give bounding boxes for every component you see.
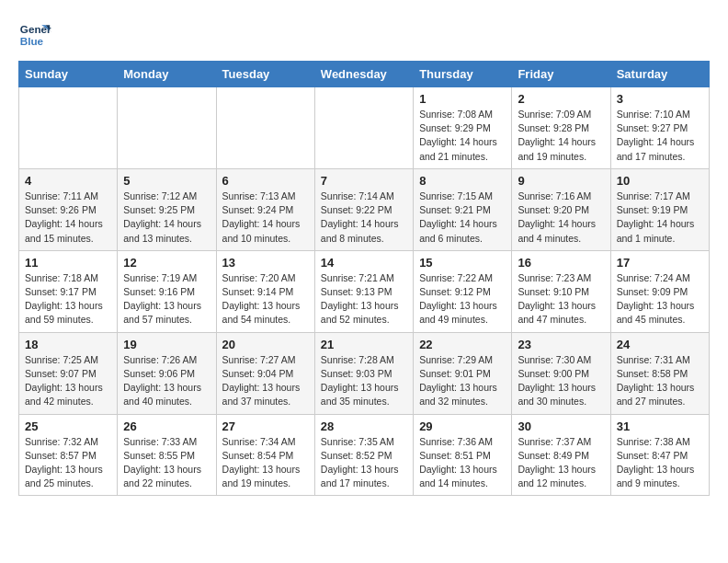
cell-content: Sunrise: 7:13 AM Sunset: 9:24 PM Dayligh… <box>222 190 309 246</box>
calendar-cell: 15Sunrise: 7:22 AM Sunset: 9:12 PM Dayli… <box>414 250 512 332</box>
calendar-cell: 31Sunrise: 7:38 AM Sunset: 8:47 PM Dayli… <box>610 414 709 496</box>
day-header-thursday: Thursday <box>414 62 512 87</box>
calendar-cell: 12Sunrise: 7:19 AM Sunset: 9:16 PM Dayli… <box>118 250 216 332</box>
logo-icon: General Blue <box>18 18 51 52</box>
calendar-cell <box>118 87 216 169</box>
day-number: 13 <box>222 256 309 270</box>
day-number: 19 <box>123 338 210 351</box>
calendar-cell: 13Sunrise: 7:20 AM Sunset: 9:14 PM Dayli… <box>216 250 314 332</box>
day-header-sunday: Sunday <box>19 62 118 87</box>
cell-content: Sunrise: 7:29 AM Sunset: 9:01 PM Dayligh… <box>419 353 506 409</box>
calendar-cell: 28Sunrise: 7:35 AM Sunset: 8:52 PM Dayli… <box>314 414 413 496</box>
day-number: 20 <box>222 338 309 351</box>
cell-content: Sunrise: 7:24 AM Sunset: 9:09 PM Dayligh… <box>617 271 703 327</box>
logo: General Blue <box>18 18 55 52</box>
calendar-cell: 11Sunrise: 7:18 AM Sunset: 9:17 PM Dayli… <box>19 250 118 332</box>
cell-content: Sunrise: 7:30 AM Sunset: 9:00 PM Dayligh… <box>518 353 604 409</box>
calendar-cell: 2Sunrise: 7:09 AM Sunset: 9:28 PM Daylig… <box>512 87 610 169</box>
calendar-cell: 24Sunrise: 7:31 AM Sunset: 8:58 PM Dayli… <box>610 332 709 414</box>
calendar-cell: 19Sunrise: 7:26 AM Sunset: 9:06 PM Dayli… <box>118 332 216 414</box>
cell-content: Sunrise: 7:31 AM Sunset: 8:58 PM Dayligh… <box>617 353 703 409</box>
day-number: 21 <box>321 338 407 351</box>
cell-content: Sunrise: 7:25 AM Sunset: 9:07 PM Dayligh… <box>25 353 111 409</box>
page-header: General Blue <box>18 18 710 52</box>
cell-content: Sunrise: 7:08 AM Sunset: 9:29 PM Dayligh… <box>419 108 506 164</box>
calendar-table: SundayMondayTuesdayWednesdayThursdayFrid… <box>18 61 710 496</box>
cell-content: Sunrise: 7:37 AM Sunset: 8:49 PM Dayligh… <box>518 435 604 491</box>
calendar-cell: 8Sunrise: 7:15 AM Sunset: 9:21 PM Daylig… <box>414 168 512 250</box>
calendar-cell: 4Sunrise: 7:11 AM Sunset: 9:26 PM Daylig… <box>19 168 118 250</box>
calendar-week-4: 18Sunrise: 7:25 AM Sunset: 9:07 PM Dayli… <box>19 332 710 414</box>
day-number: 4 <box>25 174 111 188</box>
calendar-cell: 23Sunrise: 7:30 AM Sunset: 9:00 PM Dayli… <box>512 332 610 414</box>
day-number: 28 <box>321 419 407 433</box>
calendar-cell: 29Sunrise: 7:36 AM Sunset: 8:51 PM Dayli… <box>414 414 512 496</box>
calendar-cell: 6Sunrise: 7:13 AM Sunset: 9:24 PM Daylig… <box>216 168 314 250</box>
cell-content: Sunrise: 7:27 AM Sunset: 9:04 PM Dayligh… <box>222 353 309 409</box>
cell-content: Sunrise: 7:35 AM Sunset: 8:52 PM Dayligh… <box>321 435 407 491</box>
calendar-cell: 27Sunrise: 7:34 AM Sunset: 8:54 PM Dayli… <box>216 414 314 496</box>
calendar-cell <box>19 87 118 169</box>
day-header-friday: Friday <box>512 62 610 87</box>
calendar-cell: 30Sunrise: 7:37 AM Sunset: 8:49 PM Dayli… <box>512 414 610 496</box>
day-number: 23 <box>518 338 604 351</box>
calendar-cell <box>216 87 314 169</box>
calendar-cell: 25Sunrise: 7:32 AM Sunset: 8:57 PM Dayli… <box>19 414 118 496</box>
day-number: 8 <box>419 174 506 188</box>
day-number: 11 <box>25 256 111 270</box>
calendar-week-1: 1Sunrise: 7:08 AM Sunset: 9:29 PM Daylig… <box>19 87 710 169</box>
calendar-cell: 18Sunrise: 7:25 AM Sunset: 9:07 PM Dayli… <box>19 332 118 414</box>
calendar-cell: 26Sunrise: 7:33 AM Sunset: 8:55 PM Dayli… <box>118 414 216 496</box>
cell-content: Sunrise: 7:36 AM Sunset: 8:51 PM Dayligh… <box>419 435 506 491</box>
day-number: 14 <box>321 256 407 270</box>
cell-content: Sunrise: 7:15 AM Sunset: 9:21 PM Dayligh… <box>419 190 506 246</box>
cell-content: Sunrise: 7:33 AM Sunset: 8:55 PM Dayligh… <box>123 435 210 491</box>
day-number: 29 <box>419 419 506 433</box>
cell-content: Sunrise: 7:32 AM Sunset: 8:57 PM Dayligh… <box>25 435 111 491</box>
calendar-cell: 3Sunrise: 7:10 AM Sunset: 9:27 PM Daylig… <box>610 87 709 169</box>
day-number: 2 <box>518 92 604 106</box>
calendar-cell: 1Sunrise: 7:08 AM Sunset: 9:29 PM Daylig… <box>414 87 512 169</box>
calendar-cell: 14Sunrise: 7:21 AM Sunset: 9:13 PM Dayli… <box>314 250 413 332</box>
cell-content: Sunrise: 7:38 AM Sunset: 8:47 PM Dayligh… <box>617 435 703 491</box>
cell-content: Sunrise: 7:12 AM Sunset: 9:25 PM Dayligh… <box>123 190 210 246</box>
day-number: 6 <box>222 174 309 188</box>
calendar-cell: 5Sunrise: 7:12 AM Sunset: 9:25 PM Daylig… <box>118 168 216 250</box>
day-number: 31 <box>617 419 703 433</box>
calendar-cell: 21Sunrise: 7:28 AM Sunset: 9:03 PM Dayli… <box>314 332 413 414</box>
cell-content: Sunrise: 7:23 AM Sunset: 9:10 PM Dayligh… <box>518 271 604 327</box>
day-header-wednesday: Wednesday <box>314 62 413 87</box>
cell-content: Sunrise: 7:10 AM Sunset: 9:27 PM Dayligh… <box>617 108 703 164</box>
day-header-tuesday: Tuesday <box>216 62 314 87</box>
day-number: 7 <box>321 174 407 188</box>
calendar-cell: 22Sunrise: 7:29 AM Sunset: 9:01 PM Dayli… <box>414 332 512 414</box>
day-number: 22 <box>419 338 506 351</box>
day-header-saturday: Saturday <box>610 62 709 87</box>
cell-content: Sunrise: 7:16 AM Sunset: 9:20 PM Dayligh… <box>518 190 604 246</box>
day-number: 30 <box>518 419 604 433</box>
calendar-week-2: 4Sunrise: 7:11 AM Sunset: 9:26 PM Daylig… <box>19 168 710 250</box>
calendar-week-3: 11Sunrise: 7:18 AM Sunset: 9:17 PM Dayli… <box>19 250 710 332</box>
cell-content: Sunrise: 7:17 AM Sunset: 9:19 PM Dayligh… <box>617 190 703 246</box>
calendar-cell: 9Sunrise: 7:16 AM Sunset: 9:20 PM Daylig… <box>512 168 610 250</box>
day-number: 12 <box>123 256 210 270</box>
day-number: 26 <box>123 419 210 433</box>
day-number: 25 <box>25 419 111 433</box>
cell-content: Sunrise: 7:20 AM Sunset: 9:14 PM Dayligh… <box>222 271 309 327</box>
calendar-cell: 7Sunrise: 7:14 AM Sunset: 9:22 PM Daylig… <box>314 168 413 250</box>
cell-content: Sunrise: 7:34 AM Sunset: 8:54 PM Dayligh… <box>222 435 309 491</box>
day-number: 27 <box>222 419 309 433</box>
day-number: 15 <box>419 256 506 270</box>
calendar-header-row: SundayMondayTuesdayWednesdayThursdayFrid… <box>19 62 710 87</box>
calendar-cell: 10Sunrise: 7:17 AM Sunset: 9:19 PM Dayli… <box>610 168 709 250</box>
cell-content: Sunrise: 7:19 AM Sunset: 9:16 PM Dayligh… <box>123 271 210 327</box>
day-number: 10 <box>617 174 703 188</box>
cell-content: Sunrise: 7:22 AM Sunset: 9:12 PM Dayligh… <box>419 271 506 327</box>
day-header-monday: Monday <box>118 62 216 87</box>
day-number: 24 <box>617 338 703 351</box>
calendar-cell: 17Sunrise: 7:24 AM Sunset: 9:09 PM Dayli… <box>610 250 709 332</box>
day-number: 1 <box>419 92 506 106</box>
calendar-cell: 20Sunrise: 7:27 AM Sunset: 9:04 PM Dayli… <box>216 332 314 414</box>
cell-content: Sunrise: 7:09 AM Sunset: 9:28 PM Dayligh… <box>518 108 604 164</box>
cell-content: Sunrise: 7:26 AM Sunset: 9:06 PM Dayligh… <box>123 353 210 409</box>
